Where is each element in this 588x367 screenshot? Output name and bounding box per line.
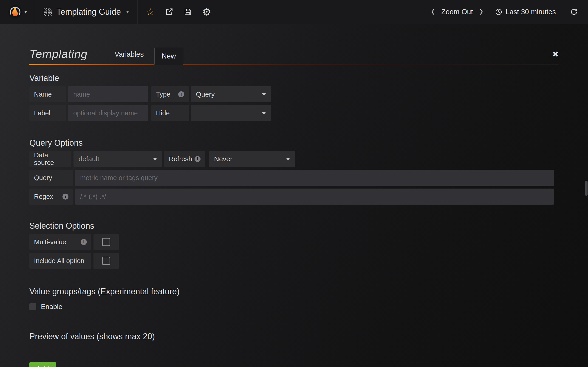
title-caret-icon: ▾ — [126, 9, 129, 15]
grafana-logo-icon — [8, 5, 23, 19]
add-button[interactable]: Add — [29, 362, 56, 367]
time-range-picker[interactable]: Last 30 minutes — [495, 8, 556, 16]
time-shift-forward-button[interactable] — [479, 8, 484, 16]
data-source-label: Data source — [29, 151, 71, 167]
checkbox-icon — [102, 257, 110, 265]
enable-checkbox[interactable] — [29, 303, 36, 310]
query-input[interactable] — [75, 170, 554, 186]
save-button[interactable] — [179, 0, 197, 24]
data-source-select[interactable]: default — [73, 151, 162, 167]
regex-label: Regex i — [29, 189, 73, 205]
top-navbar: ▾ Templating Guide ▾ ☆ — [0, 0, 588, 24]
query-label: Query — [29, 170, 73, 186]
refresh-info-icon[interactable]: i — [195, 156, 200, 162]
type-select[interactable]: Query — [191, 86, 271, 102]
gear-icon: ⚙ — [202, 7, 211, 17]
share-icon — [165, 8, 173, 16]
include-all-row: Include All option — [29, 253, 559, 269]
selection-options-heading: Selection Options — [29, 221, 559, 231]
label-label: Label — [29, 105, 66, 121]
templating-editor: Templating Variables New ✖ Variable Name… — [0, 24, 588, 367]
label-input[interactable] — [68, 105, 148, 121]
star-icon: ☆ — [146, 7, 155, 17]
dashboard-title: Templating Guide — [57, 7, 121, 17]
hide-select[interactable] — [191, 105, 271, 121]
scrollbar-thumb[interactable] — [585, 181, 588, 196]
multi-value-checkbox[interactable] — [94, 234, 119, 250]
tab-variables[interactable]: Variables — [115, 50, 144, 58]
settings-button[interactable]: ⚙ — [197, 0, 216, 24]
regex-row: Regex i — [29, 189, 559, 205]
regex-input[interactable] — [75, 189, 554, 205]
navbar-time-controls: Zoom Out Last 30 minutes — [430, 8, 588, 16]
refresh-label: Refresh i — [164, 151, 205, 167]
time-shift-back-button[interactable] — [430, 8, 435, 16]
clock-icon — [495, 8, 502, 16]
query-row: Query — [29, 170, 559, 186]
share-button[interactable] — [160, 0, 179, 24]
header-divider — [29, 64, 559, 65]
save-icon — [184, 8, 192, 16]
time-range-label: Last 30 minutes — [506, 8, 556, 16]
hide-label: Hide — [151, 105, 189, 121]
close-icon[interactable]: ✖ — [552, 50, 559, 58]
name-input[interactable] — [68, 86, 148, 102]
name-label: Name — [29, 86, 66, 102]
value-groups-heading: Value groups/tags (Experimental feature) — [29, 287, 559, 296]
query-options-heading: Query Options — [29, 138, 559, 148]
multi-value-row: Multi-value i — [29, 234, 559, 250]
variable-name-row: Name Type i Query — [29, 86, 559, 102]
multi-value-info-icon[interactable]: i — [81, 239, 87, 245]
refresh-icon — [570, 8, 578, 16]
dashboard-grid-icon — [44, 8, 52, 16]
refresh-select[interactable]: Never — [209, 151, 295, 167]
tab-new[interactable]: New — [154, 48, 183, 65]
dashboard-title-dropdown[interactable]: Templating Guide ▾ — [35, 0, 138, 24]
logo-caret-icon: ▾ — [24, 9, 27, 15]
enable-label: Enable — [41, 303, 62, 311]
refresh-button[interactable] — [570, 8, 578, 16]
enable-row: Enable — [29, 303, 559, 311]
type-label: Type i — [151, 86, 189, 102]
type-info-icon[interactable]: i — [178, 91, 184, 97]
star-button[interactable]: ☆ — [141, 0, 160, 24]
grafana-logo-menu[interactable]: ▾ — [0, 0, 35, 24]
navbar-actions: ☆ ⚙ — [138, 0, 219, 24]
page-title: Templating — [29, 48, 87, 61]
variable-label-row: Label Hide — [29, 105, 559, 121]
variable-section-heading: Variable — [29, 73, 559, 83]
regex-info-icon[interactable]: i — [62, 194, 69, 200]
include-all-checkbox[interactable] — [94, 253, 119, 269]
page-header: Templating Variables New ✖ — [29, 38, 559, 64]
multi-value-label: Multi-value i — [29, 234, 91, 250]
checkbox-icon — [102, 238, 110, 246]
zoom-out-button[interactable]: Zoom Out — [441, 8, 473, 16]
datasource-row: Data source default Refresh i Never — [29, 151, 559, 167]
include-all-label: Include All option — [29, 253, 91, 269]
preview-heading: Preview of values (shows max 20) — [29, 332, 559, 341]
